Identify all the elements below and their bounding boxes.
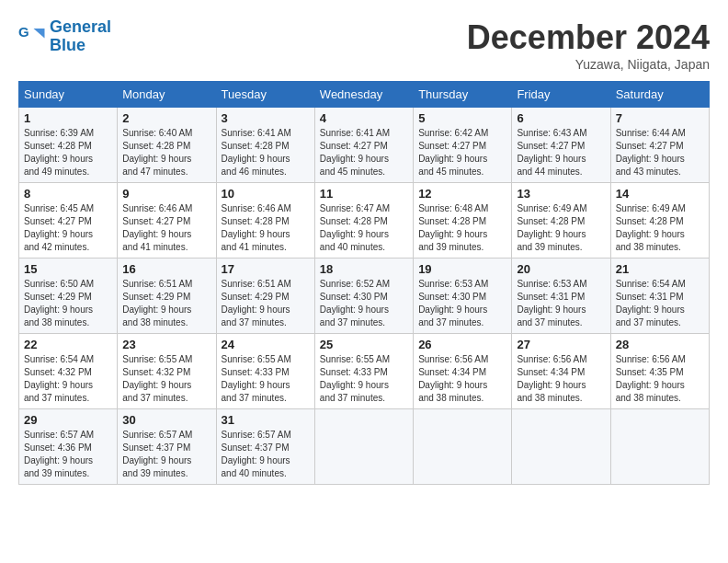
calendar-cell: 28Sunrise: 6:56 AMSunset: 4:35 PMDayligh…: [610, 334, 709, 409]
day-info: Sunrise: 6:45 AMSunset: 4:27 PMDaylight:…: [24, 202, 112, 254]
weekday-header: Sunday: [19, 82, 118, 108]
weekday-header: Friday: [512, 82, 610, 108]
day-number: 12: [418, 187, 506, 201]
day-number: 17: [222, 262, 310, 276]
day-info: Sunrise: 6:41 AMSunset: 4:27 PMDaylight:…: [320, 127, 408, 178]
day-info: Sunrise: 6:40 AMSunset: 4:28 PMDaylight:…: [122, 127, 210, 178]
svg-text:G: G: [18, 24, 29, 40]
day-info: Sunrise: 6:42 AMSunset: 4:27 PMDaylight:…: [418, 127, 506, 178]
day-number: 5: [418, 111, 506, 125]
logo-line2: Blue: [50, 37, 111, 55]
day-info: Sunrise: 6:51 AMSunset: 4:29 PMDaylight:…: [222, 278, 310, 329]
calendar-cell: 27Sunrise: 6:56 AMSunset: 4:34 PMDayligh…: [512, 334, 610, 409]
calendar-cell: 18Sunrise: 6:52 AMSunset: 4:30 PMDayligh…: [314, 259, 413, 334]
calendar-cell: 29Sunrise: 6:57 AMSunset: 4:36 PMDayligh…: [19, 409, 118, 485]
day-info: Sunrise: 6:57 AMSunset: 4:36 PMDaylight:…: [24, 429, 112, 480]
day-info: Sunrise: 6:39 AMSunset: 4:28 PMDaylight:…: [24, 127, 112, 178]
day-number: 14: [616, 187, 704, 201]
day-info: Sunrise: 6:53 AMSunset: 4:31 PMDaylight:…: [517, 278, 605, 329]
logo-line1: General: [50, 17, 111, 36]
calendar-cell: 31Sunrise: 6:57 AMSunset: 4:37 PMDayligh…: [216, 409, 314, 485]
logo-icon: G: [18, 23, 46, 51]
calendar-cell: 26Sunrise: 6:56 AMSunset: 4:34 PMDayligh…: [414, 334, 512, 409]
svg-marker-1: [34, 29, 45, 39]
day-number: 1: [24, 111, 112, 125]
day-number: 8: [24, 187, 112, 201]
header-row: SundayMondayTuesdayWednesdayThursdayFrid…: [19, 82, 710, 108]
day-number: 24: [222, 338, 310, 351]
day-info: Sunrise: 6:49 AMSunset: 4:28 PMDaylight:…: [616, 202, 704, 254]
day-info: Sunrise: 6:50 AMSunset: 4:29 PMDaylight:…: [24, 278, 112, 329]
calendar-week-row: 29Sunrise: 6:57 AMSunset: 4:36 PMDayligh…: [19, 409, 710, 485]
day-info: Sunrise: 6:44 AMSunset: 4:27 PMDaylight:…: [616, 127, 704, 178]
page-header: G General Blue December 2024 Yuzawa, Nii…: [18, 18, 710, 72]
calendar-cell: 11Sunrise: 6:47 AMSunset: 4:28 PMDayligh…: [314, 183, 413, 259]
logo-text: General Blue: [50, 18, 111, 55]
day-number: 23: [122, 338, 210, 351]
calendar-week-row: 8Sunrise: 6:45 AMSunset: 4:27 PMDaylight…: [19, 183, 710, 259]
day-info: Sunrise: 6:48 AMSunset: 4:28 PMDaylight:…: [418, 202, 506, 254]
location: Yuzawa, Niigata, Japan: [467, 57, 710, 72]
calendar-cell: 1Sunrise: 6:39 AMSunset: 4:28 PMDaylight…: [19, 108, 118, 183]
day-number: 30: [122, 413, 210, 427]
calendar-cell: 8Sunrise: 6:45 AMSunset: 4:27 PMDaylight…: [19, 183, 118, 259]
day-info: Sunrise: 6:56 AMSunset: 4:34 PMDaylight:…: [517, 353, 605, 405]
calendar-table: SundayMondayTuesdayWednesdayThursdayFrid…: [18, 81, 710, 485]
day-info: Sunrise: 6:54 AMSunset: 4:31 PMDaylight:…: [616, 278, 704, 329]
day-info: Sunrise: 6:51 AMSunset: 4:29 PMDaylight:…: [122, 278, 210, 329]
calendar-cell: 23Sunrise: 6:55 AMSunset: 4:32 PMDayligh…: [118, 334, 216, 409]
calendar-cell: [610, 409, 709, 485]
day-number: 15: [24, 262, 112, 276]
day-info: Sunrise: 6:55 AMSunset: 4:33 PMDaylight:…: [222, 353, 310, 405]
day-number: 6: [517, 111, 605, 125]
weekday-header: Wednesday: [314, 82, 413, 108]
day-number: 18: [320, 262, 408, 276]
day-info: Sunrise: 6:56 AMSunset: 4:34 PMDaylight:…: [418, 353, 506, 405]
calendar-cell: 24Sunrise: 6:55 AMSunset: 4:33 PMDayligh…: [216, 334, 314, 409]
calendar-cell: [314, 409, 413, 485]
day-info: Sunrise: 6:43 AMSunset: 4:27 PMDaylight:…: [517, 127, 605, 178]
calendar-cell: [414, 409, 512, 485]
title-block: December 2024 Yuzawa, Niigata, Japan: [467, 18, 710, 72]
day-info: Sunrise: 6:54 AMSunset: 4:32 PMDaylight:…: [24, 353, 112, 405]
day-number: 21: [616, 262, 704, 276]
weekday-header: Saturday: [610, 82, 709, 108]
calendar-cell: 6Sunrise: 6:43 AMSunset: 4:27 PMDaylight…: [512, 108, 610, 183]
calendar-cell: 5Sunrise: 6:42 AMSunset: 4:27 PMDaylight…: [414, 108, 512, 183]
calendar-cell: 15Sunrise: 6:50 AMSunset: 4:29 PMDayligh…: [19, 259, 118, 334]
day-number: 2: [122, 111, 210, 125]
calendar-cell: 17Sunrise: 6:51 AMSunset: 4:29 PMDayligh…: [216, 259, 314, 334]
day-number: 27: [517, 338, 605, 351]
calendar-week-row: 1Sunrise: 6:39 AMSunset: 4:28 PMDaylight…: [19, 108, 710, 183]
day-info: Sunrise: 6:46 AMSunset: 4:28 PMDaylight:…: [222, 202, 310, 254]
day-number: 13: [517, 187, 605, 201]
day-info: Sunrise: 6:56 AMSunset: 4:35 PMDaylight:…: [616, 353, 704, 405]
calendar-cell: 25Sunrise: 6:55 AMSunset: 4:33 PMDayligh…: [314, 334, 413, 409]
calendar-cell: 30Sunrise: 6:57 AMSunset: 4:37 PMDayligh…: [118, 409, 216, 485]
calendar-cell: 14Sunrise: 6:49 AMSunset: 4:28 PMDayligh…: [610, 183, 709, 259]
calendar-cell: 7Sunrise: 6:44 AMSunset: 4:27 PMDaylight…: [610, 108, 709, 183]
day-number: 29: [24, 413, 112, 427]
day-info: Sunrise: 6:55 AMSunset: 4:33 PMDaylight:…: [320, 353, 408, 405]
day-info: Sunrise: 6:57 AMSunset: 4:37 PMDaylight:…: [222, 429, 310, 480]
day-number: 7: [616, 111, 704, 125]
day-number: 20: [517, 262, 605, 276]
day-info: Sunrise: 6:53 AMSunset: 4:30 PMDaylight:…: [418, 278, 506, 329]
calendar-week-row: 15Sunrise: 6:50 AMSunset: 4:29 PMDayligh…: [19, 259, 710, 334]
calendar-week-row: 22Sunrise: 6:54 AMSunset: 4:32 PMDayligh…: [19, 334, 710, 409]
calendar-cell: 12Sunrise: 6:48 AMSunset: 4:28 PMDayligh…: [414, 183, 512, 259]
day-number: 11: [320, 187, 408, 201]
day-number: 3: [222, 111, 310, 125]
day-number: 9: [122, 187, 210, 201]
calendar-cell: 16Sunrise: 6:51 AMSunset: 4:29 PMDayligh…: [118, 259, 216, 334]
day-number: 26: [418, 338, 506, 351]
month-title: December 2024: [467, 18, 710, 57]
calendar-cell: 10Sunrise: 6:46 AMSunset: 4:28 PMDayligh…: [216, 183, 314, 259]
day-info: Sunrise: 6:57 AMSunset: 4:37 PMDaylight:…: [122, 429, 210, 480]
day-number: 25: [320, 338, 408, 351]
day-number: 31: [222, 413, 310, 427]
day-info: Sunrise: 6:52 AMSunset: 4:30 PMDaylight:…: [320, 278, 408, 329]
day-info: Sunrise: 6:41 AMSunset: 4:28 PMDaylight:…: [222, 127, 310, 178]
day-info: Sunrise: 6:49 AMSunset: 4:28 PMDaylight:…: [517, 202, 605, 254]
day-number: 28: [616, 338, 704, 351]
